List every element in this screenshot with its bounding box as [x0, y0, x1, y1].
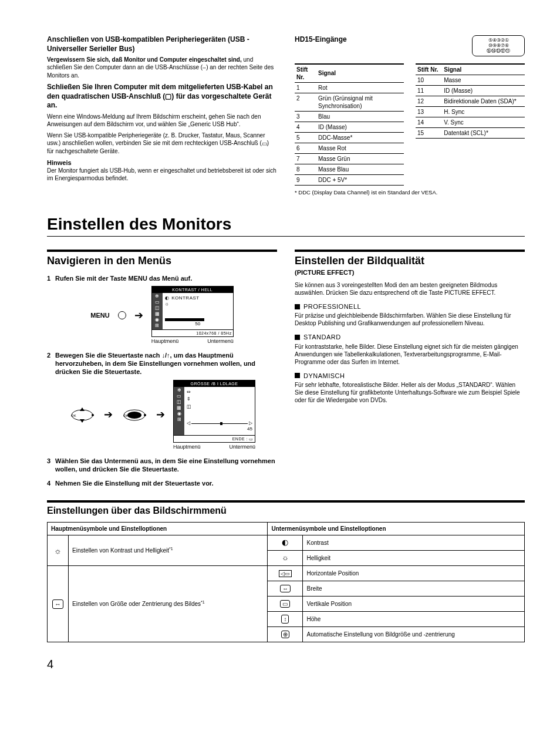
g2-row-1: Breite: [303, 581, 525, 596]
illustration-2: OK ➔ OK ➔ GRÖSSE /B I LDLAGE ✻▭◫▦◉⊞ ⇔: [47, 380, 277, 451]
step-4-text: Nehmen Sie die Einstellung mit der Steue…: [55, 479, 277, 487]
table-row: 9DDC + 5V*: [295, 174, 404, 185]
note-text: Der Monitor fungiert als USB-Hub, wenn e…: [47, 167, 277, 182]
svg-text:OK: OK: [71, 414, 76, 417]
table-row: 15Datentakt (SCL)*: [416, 127, 525, 138]
table-row: 2Grün (Grünsignal mit Synchronisation): [295, 93, 404, 111]
table-row: 5DDC-Masse*: [295, 132, 404, 143]
table-row: 1Rot: [295, 82, 404, 93]
osd-icon: ◉: [177, 412, 181, 416]
illustration-1: MENU ➔ KONTRAST / HELL ✻▭◫▦◉⊞ ◐ KONTRAST…: [47, 286, 277, 345]
th-sig: Signal: [316, 64, 404, 83]
step-4: 4 Nehmen Sie die Einstellung mit der Ste…: [47, 479, 277, 487]
step-1-text: Rufen Sie mit der Taste MENU das Menü au…: [55, 274, 277, 282]
square-bullet-icon: [295, 373, 300, 378]
hd15-title: HD15-Eingänge: [295, 35, 347, 45]
step-2-text: Bewegen Sie die Steuertaste nach ↓/↑, um…: [55, 351, 277, 376]
step-num-1: 1: [47, 274, 55, 282]
usb-para-2: Wenn eine Windows-Meldung auf Ihrem Bild…: [47, 113, 277, 128]
g2-row-2: Vertikale Position: [303, 596, 525, 611]
usb-heading-1: Anschließen von USB-kompatiblen Peripher…: [47, 35, 277, 53]
menuset-table: Hauptmenüsymbole und Einstelloptionen Un…: [47, 522, 525, 642]
th-sig-2: Signal: [442, 64, 525, 75]
usb-para-3: Wenn Sie USB-kompatible Peripheriegeräte…: [47, 132, 277, 155]
nav-heading: Navigieren in den Menüs: [47, 250, 277, 268]
osd-icon: ▦: [155, 312, 160, 316]
width-icon: ↔: [268, 581, 303, 596]
g1-row-1: Helligkeit: [303, 551, 525, 566]
quality-sub: (PICTURE EFFECT): [295, 268, 525, 277]
vpos-icon: ▭: [268, 596, 303, 611]
mode-3-name: DYNAMISCH: [303, 372, 345, 380]
osd-1: KONTRAST / HELL ✻▭◫▦◉⊞ ◐ KONTRAST ☼: [151, 286, 234, 345]
top-section: Anschließen von USB-kompatiblen Peripher…: [47, 35, 525, 196]
table-row: 14V. Sync: [416, 117, 525, 127]
mid-section: Navigieren in den Menüs 1 Rufen Sie mit …: [47, 241, 525, 490]
g2-row-0: Horizontale Position: [303, 566, 525, 581]
mode-1-name: PROFESSIONELL: [303, 302, 361, 311]
osd-icon: ⇔: [187, 389, 252, 395]
th-pin: Stift Nr.: [295, 64, 316, 83]
joystick-updown-icon: OK: [69, 406, 96, 424]
osd-slider: ◁ ▷: [187, 420, 252, 426]
note-label: Hinweis: [47, 159, 277, 167]
g1-row-0: Kontrast: [303, 535, 525, 551]
table-row: 10Masse: [416, 75, 525, 85]
osd-icon: ✻: [155, 294, 159, 299]
svg-text:OK: OK: [123, 414, 129, 417]
slider-right-icon: ▷: [249, 420, 252, 426]
size-main-icon: ↔: [48, 566, 69, 642]
diagram-row-2: ⑩⑨⑧⑦⑥: [476, 43, 521, 48]
brightness-icon: ☼: [165, 301, 169, 306]
g1-desc: Einstellen von Kontrast und Helligkeit*1: [69, 535, 268, 566]
quality-section: Einstellen der Bildqualität (PICTURE EFF…: [295, 241, 525, 490]
table-row: 4ID (Masse): [295, 122, 404, 132]
hd15-pin-diagram: ⑤④③②① ⑩⑨⑧⑦⑥ ⑮⑭⑬⑫⑪: [472, 35, 525, 56]
table-row: 13H. Sync: [416, 106, 525, 117]
pin-table-left: Stift Nr.Signal 1Rot 2Grün (Grünsignal m…: [295, 63, 404, 186]
menu-button-icon: [118, 311, 126, 319]
pin-tables: Stift Nr.Signal 1Rot 2Grün (Grünsignal m…: [295, 60, 525, 186]
osd-icon: ◫: [155, 306, 160, 311]
osd-icon: ✻: [177, 388, 181, 393]
hpos-icon: ◁▭: [268, 566, 303, 581]
mode-1-header: PROFESSIONELL: [295, 302, 525, 311]
svg-point-6: [144, 414, 146, 416]
osd1-footer: 1024x768 / 85Hz: [152, 329, 233, 336]
quality-heading: Einstellen der Bildqualität: [295, 250, 525, 268]
nav-section: Navigieren in den Menüs 1 Rufen Sie mit …: [47, 241, 277, 490]
mode-2-name: STANDARD: [303, 333, 341, 341]
table-row: 6Masse Rot: [295, 143, 404, 153]
step-3-text: Wählen Sie das Untermenü aus, in dem Sie…: [55, 457, 277, 474]
menu-button-label: MENU: [90, 311, 109, 319]
osd-value: 50: [165, 321, 231, 327]
osd-icon: ◉: [155, 318, 159, 322]
auto-icon: ⊕: [268, 626, 303, 642]
step-1: 1 Rufen Sie mit der Taste MENU das Menü …: [47, 274, 277, 282]
th-main-options: Hauptmenüsymbole und Einstelloptionen: [48, 523, 268, 535]
step-3: 3 Wählen Sie das Untermenü aus, in dem S…: [47, 457, 277, 474]
mode-1-desc: Für präzise und gleichbleibende Bildschi…: [295, 312, 525, 327]
osd-icon: ⊞: [177, 417, 181, 422]
svg-point-4: [127, 412, 141, 419]
table-row: 12Bidirektionale Daten (SDA)*: [416, 96, 525, 106]
usb-p1-bold: Vergewissern Sie sich, daß Monitor und C…: [47, 56, 242, 63]
table-row: ☼ Einstellen von Kontrast und Helligkeit…: [48, 535, 525, 551]
step-2: 2 Bewegen Sie die Steuertaste nach ↓/↑, …: [47, 351, 277, 376]
arrow-icon: ➔: [104, 408, 113, 422]
slider-left-icon: ◁: [187, 420, 190, 426]
osd2-value: 45: [187, 426, 252, 432]
osd-icon: ⇕: [187, 396, 252, 402]
mode-2-header: STANDARD: [295, 333, 525, 341]
osd-icon: ▦: [177, 406, 181, 410]
osd2-title: GRÖSSE /B I LDLAGE: [174, 380, 255, 387]
contrast-icon: ◐: [165, 295, 169, 301]
pin-table-right: Stift Nr.Signal 10Masse 11ID (Masse) 12B…: [416, 63, 525, 139]
hd15-footnote: * DDC (Display Data Channel) ist ein Sta…: [295, 189, 525, 196]
osd-2: GRÖSSE /B I LDLAGE ✻▭◫▦◉⊞ ⇔ ⇕ ◫: [173, 380, 255, 451]
arrow-icon: ➔: [134, 309, 143, 322]
height-icon: ↕: [268, 611, 303, 626]
joystick-press-icon: OK: [121, 406, 148, 424]
step-num-2: 2: [47, 351, 55, 376]
page-number: 4: [47, 656, 525, 672]
